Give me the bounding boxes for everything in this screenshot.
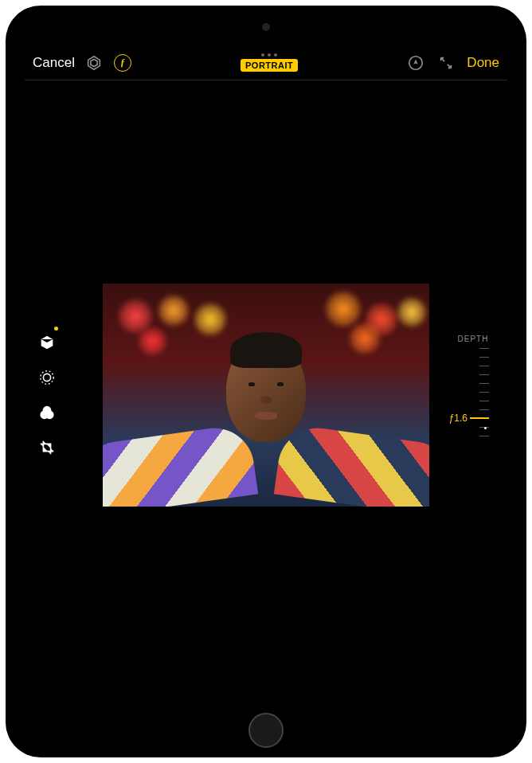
cancel-button[interactable]: Cancel: [33, 55, 75, 71]
svg-marker-0: [88, 56, 100, 69]
depth-tick: [479, 357, 489, 358]
left-tool-rail: [33, 328, 61, 462]
active-indicator-dot: [54, 327, 58, 331]
screen: Cancel ƒ PORTRAIT: [25, 45, 507, 710]
portrait-subject: [226, 338, 306, 442]
ipad-frame: Cancel ƒ PORTRAIT: [6, 6, 526, 757]
depth-scale[interactable]: ƒ1.6: [457, 348, 489, 456]
filters-icon: [38, 404, 56, 421]
aperture-indicator-dot: [484, 427, 487, 429]
bokeh-light: [326, 292, 361, 327]
subject-arms: [103, 431, 429, 507]
portrait-tool-button[interactable]: [33, 328, 61, 357]
bokeh-light: [158, 295, 189, 326]
depth-tick: [479, 409, 489, 410]
svg-point-4: [41, 371, 54, 385]
filters-tool-button[interactable]: [33, 398, 61, 427]
adjust-tool-button[interactable]: [33, 363, 61, 392]
depth-tick: [479, 348, 489, 349]
adjust-icon: [38, 369, 56, 386]
aperture-icon: ƒ: [114, 54, 131, 72]
svg-marker-1: [91, 59, 97, 66]
aperture-button[interactable]: ƒ: [113, 53, 132, 72]
markup-icon: [407, 54, 424, 72]
svg-point-3: [43, 374, 50, 381]
depth-tick: [479, 401, 489, 401]
crop-tool-button[interactable]: [33, 433, 61, 462]
depth-tick: [479, 436, 489, 436]
expand-icon: [437, 54, 455, 72]
photo-preview[interactable]: [103, 284, 429, 507]
lighting-effects-button[interactable]: [84, 53, 104, 72]
done-button[interactable]: Done: [467, 55, 499, 71]
depth-tick: [479, 366, 489, 366]
bokeh-light: [350, 323, 380, 354]
depth-tick: [479, 374, 489, 375]
editor-canvas: DEPTH ƒ1.6: [25, 80, 507, 710]
depth-slider[interactable]: DEPTH ƒ1.6: [453, 335, 493, 456]
depth-tick: [479, 383, 489, 384]
depth-tick: [479, 392, 489, 393]
depth-label: DEPTH: [458, 335, 489, 343]
bokeh-light: [194, 303, 226, 335]
grabber-dots-icon[interactable]: [261, 53, 277, 57]
home-button[interactable]: [248, 713, 284, 748]
fullscreen-button[interactable]: [436, 53, 456, 72]
cube-icon: [38, 334, 56, 351]
crop-icon: [38, 439, 56, 456]
top-toolbar: Cancel ƒ PORTRAIT: [25, 45, 507, 80]
mode-badge: PORTRAIT: [241, 59, 298, 72]
markup-button[interactable]: [406, 53, 425, 72]
svg-point-7: [46, 411, 53, 418]
bokeh-light: [139, 327, 166, 355]
aperture-value: ƒ1.6: [449, 413, 489, 424]
bokeh-light: [397, 298, 426, 327]
front-camera-dot: [262, 23, 270, 31]
hexagon-icon: [85, 54, 103, 72]
